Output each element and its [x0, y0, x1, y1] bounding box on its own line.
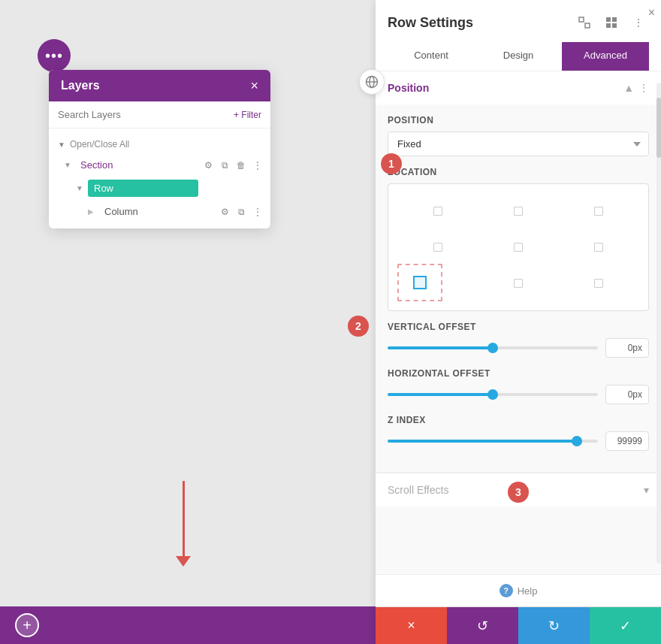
purple-menu-button[interactable]: •••	[38, 39, 71, 72]
horizontal-offset-field: Horizontal Offset	[388, 368, 649, 404]
grid-dot-tr	[594, 207, 603, 216]
position-more-icon[interactable]: ⋮	[638, 82, 649, 94]
position-section-header[interactable]: Position ▲ ⋮	[376, 71, 661, 104]
vertical-offset-input[interactable]	[605, 338, 649, 358]
position-field-label: Position	[388, 115, 649, 125]
row-settings-icon[interactable]: ⚙	[201, 182, 215, 195]
vertical-offset-track	[388, 346, 598, 349]
grid-dot-ml	[433, 243, 442, 252]
confirm-button[interactable]: ✓	[590, 607, 661, 644]
grid-cell-ml[interactable]	[397, 229, 478, 265]
z-index-field: Z Index	[388, 415, 649, 451]
z-index-input[interactable]	[605, 431, 649, 451]
cancel-button[interactable]: ×	[376, 607, 447, 644]
section-toggle[interactable]: ▼	[64, 161, 73, 169]
svg-rect-4	[585, 23, 590, 28]
layers-open-close-all[interactable]: ▼ Open/Close All	[49, 135, 270, 154]
layers-header: Layers ×	[49, 70, 270, 101]
undo-button[interactable]: ↺	[447, 607, 518, 644]
panel-tabs: Content Design Advanced	[388, 42, 649, 71]
z-index-thumb[interactable]	[572, 436, 582, 446]
grid-dot-mc	[514, 243, 523, 252]
tab-advanced[interactable]: Advanced	[562, 42, 649, 71]
panel-title: Row Settings	[388, 15, 473, 31]
grid-cell-br[interactable]	[559, 265, 639, 301]
position-header-left: Position	[388, 82, 429, 94]
section-more-icon[interactable]: ⋮	[251, 159, 264, 172]
down-arrow	[176, 481, 191, 567]
horizontal-offset-input[interactable]	[605, 385, 649, 404]
column-layer-icons: ⚙ ⧉ ⋮	[218, 205, 264, 219]
position-header-icons: ▲ ⋮	[623, 82, 649, 94]
grid-cell-tl[interactable]	[397, 193, 478, 229]
redo-icon: ↻	[548, 618, 560, 634]
grid-dot-br	[594, 279, 603, 288]
position-content: Position Fixed Default Absolute Relative…	[376, 104, 661, 472]
grid-cell-tc[interactable]	[478, 193, 558, 229]
vertical-offset-thumb[interactable]	[487, 343, 498, 353]
row-more-icon[interactable]: ⋮	[251, 182, 264, 195]
section-layer-icons: ⚙ ⧉ 🗑 ⋮	[201, 159, 264, 172]
redo-button[interactable]: ↻	[518, 607, 590, 644]
layers-search-input[interactable]	[58, 109, 234, 120]
globe-button[interactable]	[359, 69, 385, 95]
position-collapse-icon[interactable]: ▲	[623, 82, 634, 94]
confirm-icon: ✓	[620, 618, 631, 634]
grid-dot-tl	[433, 207, 442, 216]
svg-rect-5	[606, 17, 611, 22]
section-duplicate-icon[interactable]: ⧉	[218, 159, 231, 172]
panel-scrollbar-thumb[interactable]	[656, 98, 661, 158]
panel-header: Row Settings ⋮ Content Design Advanced	[376, 0, 661, 71]
grid-dot-tc	[514, 207, 523, 216]
row-duplicate-icon[interactable]: ⧉	[218, 182, 231, 195]
dots-icon: •••	[45, 47, 63, 65]
layer-item-row[interactable]: ▼ Row ⚙ ⧉ 🗑 ⋮	[49, 176, 270, 201]
row-layer-icons: ⚙ ⧉ 🗑 ⋮	[201, 182, 264, 195]
expand-icon[interactable]	[574, 12, 595, 33]
grid-cell-tr[interactable]	[559, 193, 639, 229]
grid-cell-mr[interactable]	[559, 229, 639, 265]
horizontal-offset-thumb[interactable]	[487, 389, 498, 400]
more-options-icon[interactable]: ⋮	[628, 12, 649, 33]
svg-rect-8	[612, 23, 617, 28]
svg-rect-3	[579, 17, 584, 22]
vertical-offset-fill	[388, 346, 493, 349]
row-delete-icon[interactable]: 🗑	[234, 182, 248, 195]
panel-scrollbar[interactable]	[656, 83, 661, 564]
column-duplicate-icon[interactable]: ⧉	[234, 205, 248, 219]
column-toggle[interactable]: ▶	[88, 207, 97, 216]
grid-cell-bc[interactable]	[478, 265, 558, 301]
layer-item-section[interactable]: ▼ Section ⚙ ⧉ 🗑 ⋮	[49, 154, 270, 176]
add-button[interactable]: +	[15, 613, 39, 637]
z-index-label: Z Index	[388, 415, 649, 425]
step-badge-1-number: 1	[388, 158, 394, 170]
help-icon: ?	[500, 584, 513, 597]
column-more-icon[interactable]: ⋮	[251, 205, 264, 219]
svg-rect-7	[606, 23, 611, 28]
section-settings-icon[interactable]: ⚙	[201, 159, 215, 172]
open-close-label: Open/Close All	[70, 139, 129, 150]
tab-content[interactable]: Content	[388, 42, 475, 71]
globe-icon	[365, 75, 379, 89]
panel-close-button[interactable]: ×	[648, 6, 655, 20]
grid-cell-mc[interactable]	[478, 229, 558, 265]
position-section: Position ▲ ⋮ Position Fixed Default Abso…	[376, 71, 661, 473]
step-badge-1: 1	[381, 153, 402, 174]
grid-icon[interactable]	[601, 12, 622, 33]
layer-item-column[interactable]: ▶ Column ⚙ ⧉ ⋮	[49, 201, 270, 222]
row-toggle[interactable]: ▼	[76, 184, 85, 192]
panel-title-row: Row Settings ⋮	[388, 12, 649, 33]
layers-filter-button[interactable]: + Filter	[234, 110, 261, 120]
layers-body: ▼ Open/Close All ▼ Section ⚙ ⧉ 🗑 ⋮ ▼ Row	[49, 128, 270, 228]
section-delete-icon[interactable]: 🗑	[234, 159, 248, 172]
bottom-action-bar: × ↺ ↻ ✓	[376, 606, 661, 644]
tab-design[interactable]: Design	[475, 42, 562, 71]
scroll-effects-title: Scroll Effects	[388, 484, 448, 496]
open-close-arrow: ▼	[58, 141, 65, 149]
column-settings-icon[interactable]: ⚙	[218, 205, 231, 219]
arrow-head	[176, 556, 191, 567]
layers-close-button[interactable]: ×	[250, 79, 258, 92]
scroll-effects-arrow: ▾	[644, 484, 649, 496]
position-select[interactable]: Fixed Default Absolute Relative	[388, 132, 649, 156]
z-index-track	[388, 440, 598, 443]
